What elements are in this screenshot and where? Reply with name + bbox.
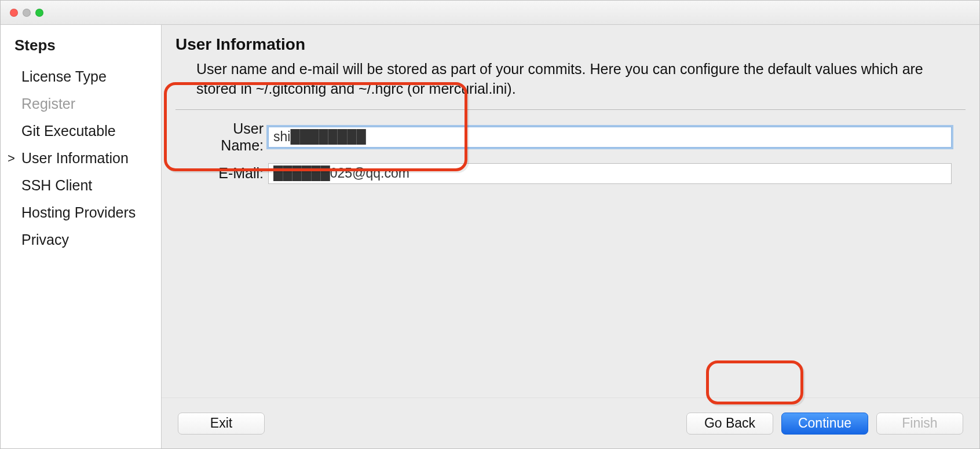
email-input[interactable] — [268, 163, 952, 184]
step-git-executable[interactable]: Git Executable — [14, 123, 161, 139]
zoom-window-button[interactable] — [35, 9, 43, 17]
page-title: User Information — [175, 35, 966, 54]
email-label: E-Mail: — [189, 165, 268, 182]
step-user-information[interactable]: User Information — [14, 150, 161, 167]
button-bar: Exit Go Back Continue Finish — [162, 398, 979, 448]
username-label: User Name: — [189, 120, 268, 154]
step-label: License Type — [21, 68, 107, 85]
step-privacy[interactable]: Privacy — [14, 231, 161, 248]
user-info-form: User Name: E-Mail: — [175, 110, 966, 184]
username-input[interactable] — [268, 127, 952, 148]
step-label: Git Executable — [21, 123, 116, 139]
step-license-type[interactable]: License Type — [14, 68, 161, 85]
go-back-button[interactable]: Go Back — [686, 413, 773, 435]
minimize-window-button[interactable] — [23, 9, 31, 17]
main-pane: User Information User name and e-mail wi… — [162, 25, 979, 448]
step-label: Privacy — [21, 231, 69, 248]
exit-button[interactable]: Exit — [178, 413, 265, 435]
step-label: Hosting Providers — [21, 204, 136, 221]
step-ssh-client[interactable]: SSH Client — [14, 177, 161, 194]
step-register: Register — [14, 95, 161, 112]
steps-sidebar: Steps License Type Register Git Executab… — [1, 25, 162, 448]
step-hosting-providers[interactable]: Hosting Providers — [14, 204, 161, 221]
continue-button[interactable]: Continue — [781, 413, 868, 435]
step-label: Register — [21, 95, 75, 112]
sidebar-title: Steps — [14, 36, 161, 54]
page-description: User name and e-mail will be stored as p… — [175, 60, 966, 99]
titlebar — [1, 1, 979, 25]
close-window-button[interactable] — [10, 9, 18, 17]
step-label: User Information — [21, 150, 129, 167]
step-label: SSH Client — [21, 177, 92, 194]
finish-button: Finish — [876, 413, 963, 435]
